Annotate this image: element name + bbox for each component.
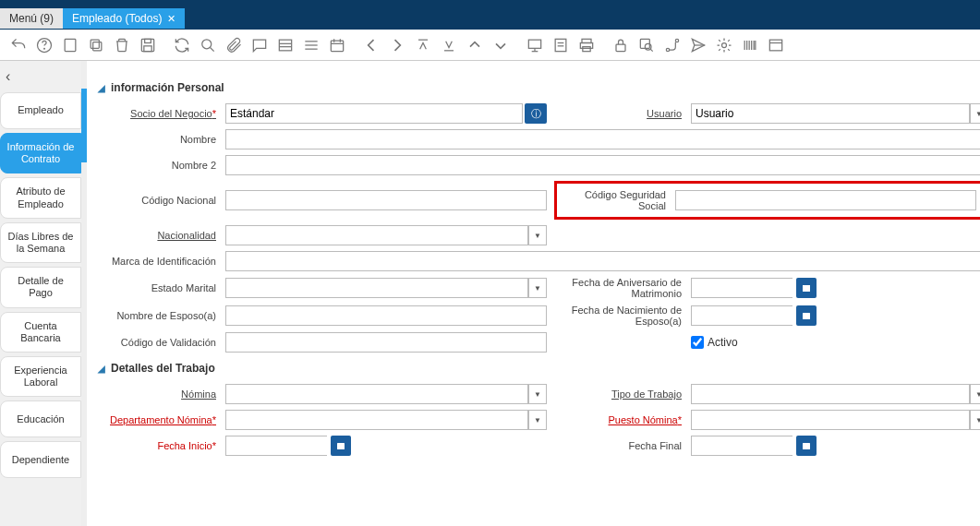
svg-rect-47 (803, 285, 810, 287)
tipo-trabajo-dropdown-button[interactable]: ▼ (970, 384, 980, 404)
socio-negocio-input[interactable] (225, 103, 523, 124)
tab-empleado[interactable]: Empleado (Todos) ✕ (63, 8, 185, 29)
tab-menu[interactable]: Menú (9) (0, 8, 63, 29)
print-icon[interactable] (577, 36, 596, 54)
nombre-esposo-input[interactable] (225, 305, 547, 326)
label-nomina: Nómina (98, 389, 218, 400)
sidebar-caret-icon[interactable]: ‹ (0, 65, 81, 89)
socio-info-button[interactable]: ⓘ (525, 103, 547, 124)
window-icon[interactable] (767, 36, 785, 54)
sidebar-scrollbar-thumb[interactable] (81, 89, 87, 162)
lock-icon[interactable] (611, 36, 630, 54)
label-fecha-aniversario: Fecha de Aniversario de Matrimonio (554, 277, 684, 299)
sidebar: ‹ Empleado Información de Contrato Atrib… (0, 61, 81, 526)
svg-point-34 (666, 48, 669, 51)
help-icon[interactable] (35, 36, 54, 54)
collapse-icon: ◢ (98, 83, 105, 93)
close-icon[interactable]: ✕ (167, 13, 175, 25)
label-tipo-trabajo: Tipo de Trabajo (554, 389, 684, 400)
tipo-trabajo-input[interactable] (691, 384, 970, 404)
label-nombre2: Nombre 2 (98, 160, 218, 171)
estado-marital-dropdown-button[interactable]: ▼ (528, 278, 547, 298)
report-icon[interactable] (551, 36, 570, 54)
label-fecha-nacimiento-esposo: Fecha de Nacimiento de Esposo(a) (554, 305, 684, 327)
menu-icon[interactable] (302, 36, 321, 54)
fecha-aniversario-date-button[interactable] (796, 278, 817, 298)
attachment-icon[interactable] (224, 36, 243, 54)
codigo-seguridad-social-input[interactable] (675, 190, 976, 210)
nacionalidad-input[interactable] (225, 225, 528, 245)
svg-rect-44 (769, 40, 781, 51)
save-icon[interactable] (139, 36, 157, 54)
chat-icon[interactable] (250, 36, 269, 54)
codigo-validacion-input[interactable] (225, 332, 547, 353)
sidebar-item-atributo-empleado[interactable]: Atributo de Empleado (0, 177, 81, 218)
up-icon[interactable] (466, 36, 484, 54)
tab-active-label: Empleado (Todos) (72, 12, 162, 25)
svg-rect-49 (337, 443, 345, 449)
puesto-nomina-dropdown-button[interactable]: ▼ (970, 410, 980, 430)
presentation-icon[interactable] (526, 36, 544, 54)
send-icon[interactable] (689, 36, 708, 54)
copy-icon[interactable] (87, 36, 105, 54)
calendar-icon[interactable] (328, 36, 346, 54)
down-icon[interactable] (491, 36, 510, 54)
departamento-nomina-input[interactable] (225, 410, 528, 430)
estado-marital-input[interactable] (225, 278, 528, 298)
fecha-inicio-input[interactable] (225, 436, 327, 456)
puesto-nomina-input[interactable] (691, 410, 970, 430)
codigo-nacional-input[interactable] (225, 190, 547, 210)
svg-rect-24 (555, 39, 566, 51)
last-icon[interactable] (440, 36, 458, 54)
fecha-final-input[interactable] (691, 436, 792, 456)
first-icon[interactable] (414, 36, 432, 54)
fecha-final-date-button[interactable] (796, 436, 817, 456)
new-icon[interactable] (61, 36, 79, 54)
svg-point-32 (645, 43, 651, 50)
sidebar-item-detalle-pago[interactable]: Detalle de Pago (0, 267, 81, 307)
prev-icon[interactable] (362, 36, 381, 54)
workflow-icon[interactable] (663, 36, 682, 54)
svg-point-1 (44, 48, 45, 49)
gear-icon[interactable] (715, 36, 733, 54)
departamento-nomina-dropdown-button[interactable]: ▼ (528, 410, 547, 430)
section-trabajo-header[interactable]: ◢ Detalles del Trabajo (98, 362, 952, 375)
undo-icon[interactable] (9, 36, 28, 54)
barcode-icon[interactable] (741, 36, 759, 54)
sidebar-item-empleado[interactable]: Empleado (0, 92, 81, 129)
nomina-dropdown-button[interactable]: ▼ (528, 384, 547, 404)
codigo-seguridad-social-highlight: Código Seguridad Social (554, 181, 980, 220)
nombre2-input[interactable] (225, 155, 980, 175)
usuario-dropdown-button[interactable]: ▼ (970, 103, 980, 124)
grid-icon[interactable] (276, 36, 295, 54)
fecha-aniversario-input[interactable] (691, 278, 792, 298)
zoom-icon[interactable] (637, 36, 656, 54)
fecha-nacimiento-esposo-input[interactable] (691, 305, 792, 326)
tab-menu-label: Menú (9) (9, 12, 54, 25)
sidebar-item-dependiente[interactable]: Dependiente (0, 441, 81, 478)
fecha-nacimiento-esposo-date-button[interactable] (796, 305, 817, 326)
sidebar-item-experiencia-laboral[interactable]: Experiencia Laboral (0, 356, 81, 397)
refresh-icon[interactable] (173, 36, 191, 54)
section-personal-header[interactable]: ◢ información Personal (98, 81, 952, 94)
nacionalidad-dropdown-button[interactable]: ▼ (528, 225, 547, 245)
label-estado-marital: Estado Marital (98, 282, 218, 293)
usuario-input[interactable] (691, 103, 970, 124)
fecha-inicio-date-button[interactable] (331, 436, 351, 456)
svg-rect-30 (616, 44, 625, 51)
sidebar-item-dias-libres[interactable]: Días Libres de la Semana (0, 222, 81, 263)
search-icon[interactable] (199, 36, 217, 54)
nombre-input[interactable] (225, 129, 980, 149)
tab-bar: Menú (9) Empleado (Todos) ✕ (0, 7, 980, 30)
delete-icon[interactable] (113, 36, 131, 54)
sidebar-item-informacion-contrato[interactable]: Información de Contrato (0, 133, 81, 173)
label-puesto-nomina: Puesto Nómina* (554, 414, 684, 425)
sidebar-item-cuenta-bancaria[interactable]: Cuenta Bancaria (0, 312, 81, 353)
marca-identificacion-input[interactable] (225, 251, 980, 271)
activo-checkbox[interactable] (691, 336, 704, 349)
next-icon[interactable] (388, 36, 406, 54)
nomina-input[interactable] (225, 384, 528, 404)
content-area: ◢ información Personal Socio del Negocio… (81, 61, 980, 526)
sidebar-item-educacion[interactable]: Educación (0, 400, 81, 437)
svg-rect-29 (583, 46, 590, 51)
